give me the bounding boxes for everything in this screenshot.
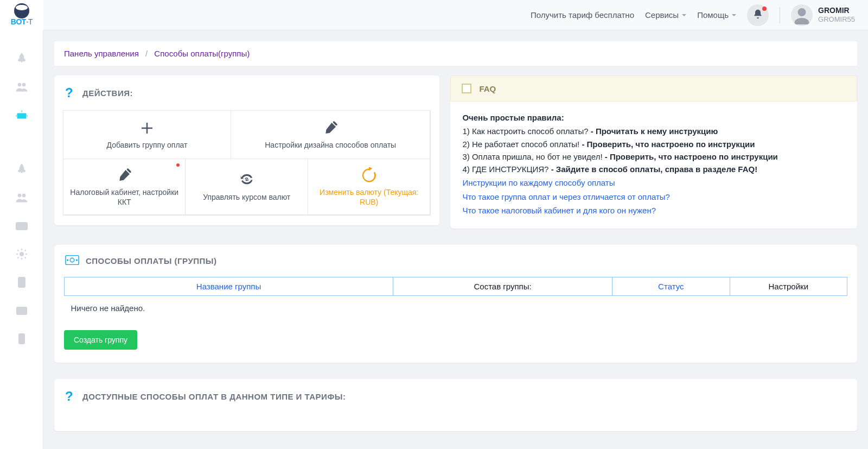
breadcrumb: Панель управления / Способы оплаты(групп… xyxy=(54,41,857,66)
svg-rect-5 xyxy=(19,334,24,344)
reload-icon xyxy=(361,167,377,184)
sidebar-bot-icon[interactable] xyxy=(15,109,28,122)
app-header: BOT-T Получить тариф бесплатно Сервисы П… xyxy=(0,0,868,30)
faq-link-instructions[interactable]: Инструкции по каждому способу оплаты xyxy=(462,176,845,189)
breadcrumb-dashboard[interactable]: Панель управления xyxy=(64,49,139,58)
notifications-button[interactable] xyxy=(747,4,769,26)
action-design-settings[interactable]: Настройки дизайна способов оплаты xyxy=(231,110,430,159)
user-login: GROMIR55 xyxy=(818,15,855,24)
svg-rect-0 xyxy=(16,223,27,230)
notification-dot xyxy=(762,7,767,11)
table-row-empty: Ничего не найдено. xyxy=(65,296,847,321)
svg-point-7 xyxy=(70,258,74,262)
col-members: Состав группы: xyxy=(393,277,612,296)
avatar xyxy=(791,4,813,26)
edit-icon xyxy=(116,167,132,184)
faq-banner-label: FAQ xyxy=(479,84,496,93)
action-change-currency-label: Изменить валюту (Текущая: RUB) xyxy=(312,187,425,207)
groups-table: Название группы Состав группы: Статус На… xyxy=(64,277,847,320)
empty-text: Ничего не найдено. xyxy=(65,296,847,321)
user-name: GROMIR xyxy=(818,6,855,15)
faq-rule-2: 2) Не работает способ оплаты! - Проверит… xyxy=(462,138,845,150)
faq-link-tax[interactable]: Что такое налоговый кабинет и для кого о… xyxy=(462,204,845,217)
sidebar-gear-icon[interactable] xyxy=(15,248,28,261)
groups-card: СПОСОБЫ ОПЛАТЫ (ГРУППЫ) Название группы … xyxy=(54,245,857,363)
sidebar-rocket-icon[interactable] xyxy=(15,52,28,65)
sidebar-card-icon[interactable] xyxy=(15,219,28,232)
nav-help[interactable]: Помощь xyxy=(697,10,736,20)
nav-services-label: Сервисы xyxy=(645,10,679,20)
sidebar-tablet-icon[interactable] xyxy=(15,276,28,289)
sidebar-rocket2-icon[interactable] xyxy=(15,163,28,176)
action-add-group-label: Добавить группу оплат xyxy=(107,140,188,150)
nav-get-tariff-label: Получить тариф бесплатно xyxy=(531,10,634,20)
plus-icon xyxy=(139,119,155,137)
col-status[interactable]: Статус xyxy=(612,277,730,296)
nav-help-label: Помощь xyxy=(697,10,729,20)
action-currency-rate-label: Управлять курсом валют xyxy=(203,192,290,202)
chevron-down-icon xyxy=(732,14,736,16)
nav-services[interactable]: Сервисы xyxy=(645,10,686,20)
col-name[interactable]: Название группы xyxy=(65,277,393,296)
faq-banner[interactable]: FAQ xyxy=(450,75,857,102)
question-icon xyxy=(65,85,76,100)
svg-point-2 xyxy=(20,252,23,256)
available-card: ДОСТУПНЫЕ СПОСОБЫ ОПЛАТ В ДАННОМ ТИПЕ И … xyxy=(54,379,857,431)
action-change-currency[interactable]: Изменить валюту (Текущая: RUB) xyxy=(308,159,430,215)
nav-get-tariff[interactable]: Получить тариф бесплатно xyxy=(531,10,634,20)
sidebar-users2-icon[interactable] xyxy=(15,191,28,204)
user-menu[interactable]: GROMIR GROMIR55 xyxy=(791,4,855,26)
actions-card: ДЕЙСТВИЯ: Добавить группу оплат Настройк… xyxy=(54,75,439,225)
question-icon xyxy=(65,389,76,404)
faq-checkbox[interactable] xyxy=(462,84,471,93)
faq-body: Очень простые правила: 1) Как настроить … xyxy=(450,102,857,229)
exchange-icon xyxy=(239,172,255,189)
col-settings: Настройки xyxy=(730,277,847,296)
svg-rect-3 xyxy=(18,277,25,287)
money-icon xyxy=(65,255,79,267)
notification-dot xyxy=(176,163,180,167)
faq-rule-1: 1) Как настроить способ оплаты? - Прочит… xyxy=(462,125,845,137)
sidebar-phone-icon[interactable] xyxy=(15,332,28,345)
action-currency-rate[interactable]: Управлять курсом валют xyxy=(185,159,308,215)
main-content: Панель управления / Способы оплаты(групп… xyxy=(43,30,868,449)
faq-rule-3: 3) Оплата пришла, но бот не увидел! - Пр… xyxy=(462,150,845,163)
available-title: ДОСТУПНЫЕ СПОСОБЫ ОПЛАТ В ДАННОМ ТИПЕ И … xyxy=(82,392,346,401)
groups-title: СПОСОБЫ ОПЛАТЫ (ГРУППЫ) xyxy=(86,256,217,265)
chevron-down-icon xyxy=(682,14,686,16)
sidebar xyxy=(0,30,43,449)
faq-card: FAQ Очень простые правила: 1) Как настро… xyxy=(450,75,857,229)
sidebar-mail-icon[interactable] xyxy=(15,304,28,317)
sidebar-users-icon[interactable] xyxy=(15,80,28,93)
breadcrumb-sep: / xyxy=(145,49,148,58)
action-tax-cabinet[interactable]: Налоговый кабинет, настройки ККТ xyxy=(63,159,186,215)
faq-rule-4: 4) ГДЕ ИНСТРУКЦИЯ? - Зайдите в способ оп… xyxy=(462,163,845,175)
actions-title: ДЕЙСТВИЯ: xyxy=(82,88,133,98)
action-tax-cabinet-label: Налоговый кабинет, настройки ККТ xyxy=(68,187,181,207)
svg-point-9 xyxy=(76,260,77,261)
bell-icon xyxy=(752,9,763,21)
faq-link-group[interactable]: Что такое группа оплат и через отличаетс… xyxy=(462,191,845,203)
divider xyxy=(780,7,780,23)
action-add-group[interactable]: Добавить группу оплат xyxy=(63,110,231,159)
svg-point-8 xyxy=(67,260,68,261)
breadcrumb-current: Способы оплаты(группы) xyxy=(154,49,250,58)
faq-rules-title: Очень простые правила: xyxy=(462,111,845,124)
create-group-button[interactable]: Создать группу xyxy=(64,330,137,350)
action-design-settings-label: Настройки дизайна способов оплаты xyxy=(265,140,396,150)
design-icon xyxy=(322,119,339,137)
logo[interactable]: BOT-T xyxy=(0,0,43,30)
